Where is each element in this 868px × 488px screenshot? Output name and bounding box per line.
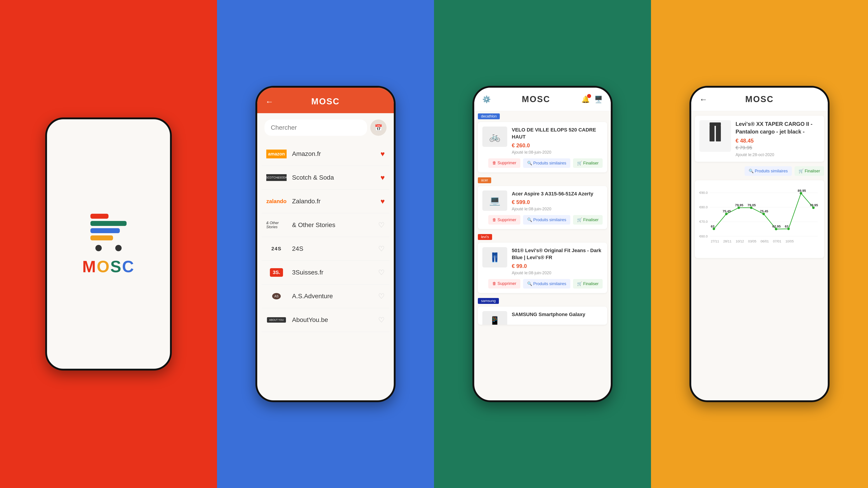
heart-scotch[interactable]: ♥ xyxy=(380,173,385,182)
heart-zalando[interactable]: ♥ xyxy=(380,197,385,205)
product-date: Ajouté le:28-oct-2020 xyxy=(736,153,819,157)
heart-stories[interactable]: ♡ xyxy=(378,221,385,229)
cart-item-actions-bike: 🗑 Supprimer 🔍 Produits similaires 🛒 Fina… xyxy=(483,158,602,168)
x-label-3: 10/12 xyxy=(736,240,744,243)
list-item[interactable]: zalando Zalando.fr ♥ xyxy=(262,190,389,213)
y-label-60: €60.0 xyxy=(700,234,708,238)
store-logo-scotch: SCOTCH&SODA xyxy=(266,171,287,184)
history-header-title: MOSC xyxy=(712,94,807,104)
search-icon-btn[interactable]: 📅 xyxy=(370,120,386,136)
heart-aboutyou[interactable]: ♡ xyxy=(378,316,385,324)
store-tag-decathlon: decathlon xyxy=(478,113,500,119)
product-card: Levi's® XX TAPER CARGO II - Pantalon car… xyxy=(695,116,824,162)
list-item[interactable]: ABOUT YOU AboutYou.be ♡ xyxy=(262,308,389,332)
chart-val-8: 89.95 xyxy=(798,189,806,193)
panel-cart: ⚙️ MOSC 🔔 🖥️ decathlon 🚲 VELO DE VILLE E… xyxy=(434,0,651,488)
store-name-asadv: A.S.Adventure xyxy=(292,293,373,300)
cart-item-img-laptop: 💻 xyxy=(483,191,507,211)
product-actions: 🔍 Produits similaires 🛒 Finaliser xyxy=(695,166,824,176)
settings-icon[interactable]: ⚙️ xyxy=(483,95,491,103)
panel-stores: ← MOSC 📅 amazon Amazon.fr ♥ SCOTCH&SODA xyxy=(217,0,434,488)
list-item[interactable]: AS A.S.Adventure ♡ xyxy=(262,285,389,308)
store-tag-samsung: samsung xyxy=(478,298,499,304)
logo-letter-m: M xyxy=(82,258,97,275)
heart-24s[interactable]: ♡ xyxy=(378,245,385,253)
delete-button-jeans[interactable]: 🗑 Supprimer xyxy=(488,279,520,289)
delete-button-laptop[interactable]: 🗑 Supprimer xyxy=(488,215,520,225)
search-bar: 📅 xyxy=(265,120,386,136)
notification-badge xyxy=(587,94,591,98)
back-button[interactable]: ← xyxy=(266,97,274,106)
logo-container: MOSC xyxy=(82,212,135,276)
product-image xyxy=(700,120,731,152)
similar-button-jeans[interactable]: 🔍 Produits similaires xyxy=(523,279,570,289)
cart-item-img-samsung: 📱 xyxy=(483,311,507,325)
cart-item-actions-jeans: 🗑 Supprimer 🔍 Produits similaires 🛒 Fina… xyxy=(483,279,602,289)
similar-button-laptop[interactable]: 🔍 Produits similaires xyxy=(523,215,570,225)
store-name-24s: 24S xyxy=(292,245,373,252)
3suisses-logo: 3S. xyxy=(270,268,283,277)
product-name: Levi's® XX TAPER CARGO II - Pantalon car… xyxy=(736,120,819,135)
cart-item-price-jeans: € 99.0 xyxy=(512,263,602,269)
y-label-80: €80.0 xyxy=(700,205,708,209)
finalize-button-product[interactable]: 🛒 Finaliser xyxy=(795,166,824,176)
stores-header-title: MOSC xyxy=(278,97,373,106)
cart-item-info-jeans: 501® Levi's® Original Fit Jeans - Dark B… xyxy=(512,247,602,275)
header-icons: 🔔 🖥️ xyxy=(581,95,602,103)
list-item[interactable]: SCOTCH&SODA Scotch & Soda ♥ xyxy=(262,166,389,190)
chart-val-6: 62.95 xyxy=(772,225,781,228)
wheel-right xyxy=(115,245,122,251)
search-input[interactable] xyxy=(265,120,367,136)
similar-button-bike[interactable]: 🔍 Produits similaires xyxy=(523,158,570,168)
x-label-7: 10/05 xyxy=(785,240,794,243)
store-logo-stories: & Other Stories xyxy=(266,218,287,232)
store-logo-3suisses: 3S. xyxy=(266,266,287,279)
cart-header-title: MOSC xyxy=(522,94,550,104)
svg-rect-0 xyxy=(710,123,721,126)
phone-history: ← MOSC Levi's® XX TAPER CARGO II - Panta… xyxy=(689,86,830,402)
phone-cart: ⚙️ MOSC 🔔 🖥️ decathlon 🚲 VELO DE VILLE E… xyxy=(472,86,613,402)
cart-item-top: 💻 Acer Aspire 3 A315-56-51Z4 Azerty € 59… xyxy=(483,191,602,212)
back-button-history[interactable]: ← xyxy=(700,95,708,104)
store-name-3suisses: 3Suisses.fr xyxy=(292,269,373,276)
cart-item-top: 🚲 VELO DE VILLE ELOPS 520 CADRE HAUT € 2… xyxy=(483,127,602,155)
cart-item-price-bike: € 260.0 xyxy=(512,142,602,149)
heart-amazon[interactable]: ♥ xyxy=(380,150,385,158)
history-header: ← MOSC xyxy=(691,88,828,111)
wheel-left xyxy=(95,245,102,251)
finalize-button-laptop[interactable]: 🛒 Finaliser xyxy=(573,215,602,225)
finalize-button-jeans[interactable]: 🛒 Finaliser xyxy=(573,279,602,289)
panel-splash: MOSC xyxy=(0,0,217,488)
cart-item-bike: 🚲 VELO DE VILLE ELOPS 520 CADRE HAUT € 2… xyxy=(478,122,607,172)
cart-item-name-laptop: Acer Aspire 3 A315-56-51Z4 Azerty xyxy=(512,191,602,197)
delete-button-bike[interactable]: 🗑 Supprimer xyxy=(488,158,520,168)
cart-header: ⚙️ MOSC 🔔 🖥️ xyxy=(474,88,611,111)
list-item[interactable]: amazon Amazon.fr ♥ xyxy=(262,142,389,166)
zalando-logo: zalando xyxy=(266,198,286,204)
similar-button-product[interactable]: 🔍 Produits similaires xyxy=(745,166,792,176)
cart-bars xyxy=(90,214,127,240)
price-chart: €90.0 €80.0 €70.0 €60.0 xyxy=(695,180,824,258)
monitor-icon[interactable]: 🖥️ xyxy=(594,95,602,103)
x-label-2: 28/11 xyxy=(723,240,732,243)
phone-stores: ← MOSC 📅 amazon Amazon.fr ♥ SCOTCH&SODA xyxy=(255,86,396,402)
store-name-scotch: Scotch & Soda xyxy=(292,174,375,181)
logo-letter-s: S xyxy=(110,258,122,275)
cart-item-laptop: 💻 Acer Aspire 3 A315-56-51Z4 Azerty € 59… xyxy=(478,186,607,229)
heart-3suisses[interactable]: ♡ xyxy=(378,268,385,277)
notification-icon[interactable]: 🔔 xyxy=(581,95,590,103)
y-label-90: €90.0 xyxy=(700,191,708,195)
x-label-4: 03/05 xyxy=(748,240,756,243)
asadv-logo: AS xyxy=(272,293,281,299)
heart-asadv[interactable]: ♡ xyxy=(378,292,385,300)
chart-val-7: 63 xyxy=(785,225,788,228)
list-item[interactable]: 3S. 3Suisses.fr ♡ xyxy=(262,261,389,285)
logo-text: MOSC xyxy=(82,257,135,276)
list-item[interactable]: & Other Stories & Other Stories ♡ xyxy=(262,213,389,237)
chart-svg: €90.0 €80.0 €70.0 €60.0 xyxy=(700,185,819,253)
list-item[interactable]: 24S 24S ♡ xyxy=(262,237,389,261)
cart-wheels xyxy=(95,245,122,251)
logo-letter-c: C xyxy=(122,258,135,275)
finalize-button-bike[interactable]: 🛒 Finaliser xyxy=(573,158,602,168)
cart-item-name-samsung: SAMSUNG Smartphone Galaxy xyxy=(512,311,602,318)
